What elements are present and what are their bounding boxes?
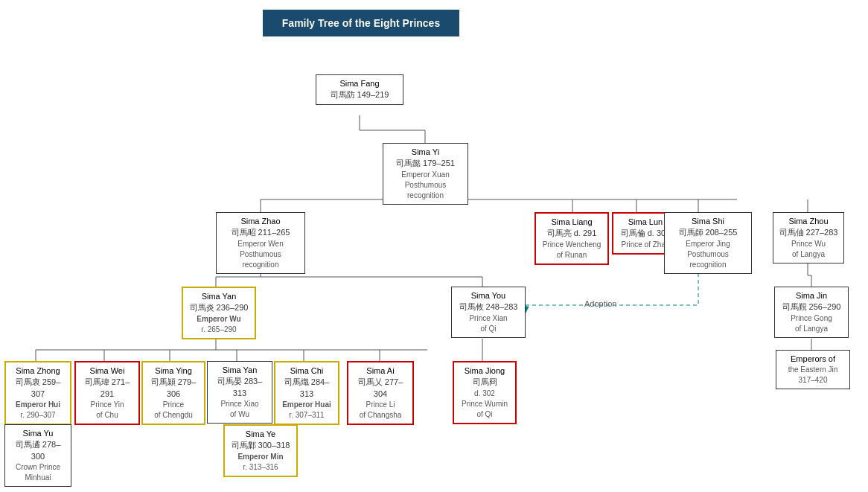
node-sima-ye: Sima Ye 司馬鄴 300–318 Emperor Min r. 313–3… [223,424,298,477]
node-sima-ai: Sima Ai 司馬乂 277–304 Prince Li of Changsh… [347,361,414,425]
node-sima-zhou: Sima Zhou 司馬伷 227–283 Prince Wu of Langy… [773,212,844,263]
node-sima-yu: Sima Yu 司馬遹 278–300 Crown Prince Minhuai [4,424,71,487]
node-sima-wei: Sima Wei 司馬瑋 271–291 Prince Yin of Chu [74,361,140,425]
node-sima-ying: Sima Ying 司馬穎 279–306 Prince of Chengdu [141,361,205,425]
node-sima-liang: Sima Liang 司馬亮 d. 291 Prince Wencheng of… [534,212,609,265]
page-title: Family Tree of the Eight Princes [263,10,459,36]
node-sima-shi: Sima Shi 司馬師 208–255 Emperor Jing Posthu… [664,212,752,274]
node-sima-zhao: Sima Zhao 司馬昭 211–265 Emperor Wen Posthu… [216,212,305,274]
node-sima-fang: Sima Fang 司馬防 149–219 [316,74,403,105]
node-sima-jiong: Sima Jiong 司馬冏 d. 302 Prince Wumin of Qi [453,361,517,424]
node-eastern-jin: Emperors of the Eastern Jin 317–420 [776,350,850,389]
node-sima-yan2: Sima Yan 司馬晏 283–313 Prince Xiao of Wu [207,361,272,424]
node-sima-jin: Sima Jin 司馬覲 256–290 Prince Gong of Lang… [774,287,849,338]
node-sima-you: Sima You 司馬攸 248–283 Prince Xian of Qi [451,287,526,338]
node-sima-yan: Sima Yan 司馬炎 236–290 Emperor Wu r. 265–2… [182,287,256,339]
adoption-label: Adoption [584,299,616,308]
node-sima-chi: Sima Chi 司馬熾 284–313 Emperor Huai r. 307… [274,361,339,425]
tree-container: Family Tree of the Eight Princes Sima Fa… [0,0,868,492]
node-sima-zhong: Sima Zhong 司馬衷 259–307 Emperor Hui r. 29… [4,361,71,425]
node-sima-yi: Sima Yi 司馬懿 179–251 Emperor Xuan Posthum… [383,143,468,205]
